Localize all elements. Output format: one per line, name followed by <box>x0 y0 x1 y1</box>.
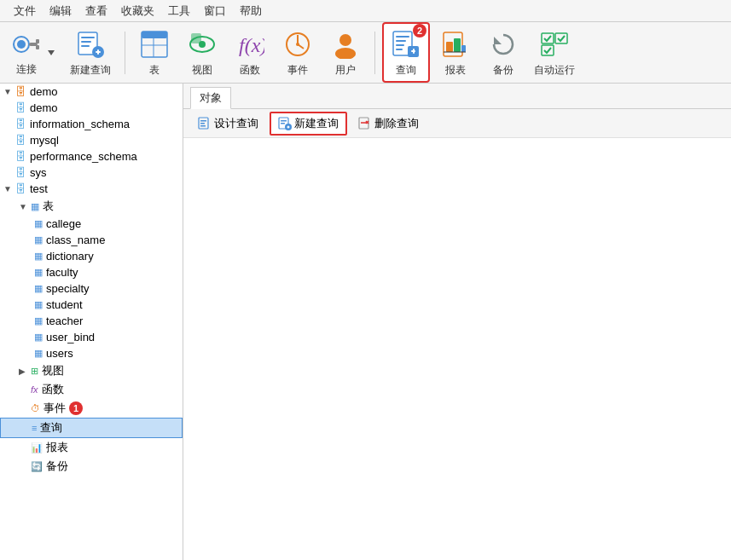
tree-db-demo[interactable]: 🗄 demo <box>0 100 183 116</box>
tree-tables-group[interactable]: ▼ ▦ 表 <box>0 197 183 216</box>
report-button[interactable]: 报表 <box>433 24 478 81</box>
table-userbind-icon: ▦ <box>34 332 43 343</box>
backups-group-label: 备份 <box>46 459 68 474</box>
tree-db-mysql[interactable]: 🗄 mysql <box>0 132 183 148</box>
new-query-label: 新建查询 <box>70 63 111 78</box>
toolbar-separator-2 <box>374 32 375 74</box>
funcs-group-icon: fx <box>31 384 38 395</box>
db-icon-test: 🗄 <box>15 182 26 195</box>
svg-rect-41 <box>542 33 554 43</box>
svg-rect-43 <box>542 45 554 55</box>
menu-view[interactable]: 查看 <box>78 2 114 20</box>
new-query-content-button[interactable]: 新建查询 <box>270 112 347 136</box>
query-toolbar-button[interactable]: 2 查询 <box>382 22 430 83</box>
tree-table-teacher[interactable]: ▦ teacher <box>0 313 183 329</box>
sidebar: ▼ 🗄 demo 🗄 demo 🗄 information_schema 🗄 m… <box>0 84 183 560</box>
table-dictionary-icon: ▦ <box>34 251 43 262</box>
tree-db-performance[interactable]: 🗄 performance_schema <box>0 148 183 165</box>
tree-table-specialty[interactable]: ▦ specialty <box>0 280 183 297</box>
function-button[interactable]: f(x) 函数 <box>228 24 272 81</box>
new-query-icon <box>75 29 106 60</box>
connect-button[interactable]: 连接 <box>7 25 60 80</box>
tree-db-test[interactable]: ▼ 🗄 test <box>0 181 183 197</box>
reports-group-label: 报表 <box>46 440 68 455</box>
connect-label: 连接 <box>16 62 37 77</box>
menu-edit[interactable]: 编辑 <box>43 2 78 20</box>
tree-table-dictionary[interactable]: ▦ dictionary <box>0 248 183 264</box>
tree-table-faculty[interactable]: ▦ faculty <box>0 264 183 280</box>
svg-point-1 <box>17 40 26 49</box>
table-button[interactable]: 表 <box>132 24 177 81</box>
tree-queries-group[interactable]: ≡ 查询 <box>0 418 183 438</box>
user-icon <box>331 30 360 59</box>
tree-views-group[interactable]: ▶ ⊞ 视图 <box>0 361 183 380</box>
tab-objects[interactable]: 对象 <box>190 87 231 109</box>
menu-tools[interactable]: 工具 <box>161 2 197 20</box>
function-icon: f(x) <box>235 30 264 59</box>
svg-rect-45 <box>200 120 206 122</box>
tree-db-sys-label: sys <box>30 166 47 179</box>
tree-table-userbind[interactable]: ▦ user_bind <box>0 329 183 345</box>
menu-file[interactable]: 文件 <box>7 2 43 20</box>
design-query-button[interactable]: 设计查询 <box>190 113 266 135</box>
table-classname-label: class_name <box>46 234 105 246</box>
tree-db-sys[interactable]: 🗄 sys <box>0 165 183 181</box>
toolbar-separator-1 <box>125 32 125 74</box>
backups-group-icon: 🔄 <box>31 461 43 472</box>
menu-help[interactable]: 帮助 <box>233 2 269 20</box>
tree-arrow-demo: ▼ <box>3 87 15 96</box>
view-button[interactable]: 视图 <box>180 24 224 81</box>
svg-rect-46 <box>200 123 205 124</box>
db-icon-performance: 🗄 <box>15 150 26 163</box>
backup-button[interactable]: 备份 <box>481 24 525 81</box>
tree-arrow-test: ▼ <box>3 184 15 193</box>
funcs-group-label: 函数 <box>42 382 64 397</box>
svg-rect-49 <box>281 120 287 122</box>
tree-reports-group[interactable]: 📊 报表 <box>0 438 183 457</box>
tree-arrow-tables: ▼ <box>19 202 31 211</box>
db-icon-mysql: 🗄 <box>15 134 26 147</box>
tree-table-student[interactable]: ▦ student <box>0 297 183 313</box>
function-label: 函数 <box>240 63 260 78</box>
tree-table-users[interactable]: ▦ users <box>0 345 183 361</box>
delete-query-button[interactable]: 删除查询 <box>351 113 426 135</box>
tree-funcs-group[interactable]: fx 函数 <box>0 380 183 399</box>
tree-backups-group[interactable]: 🔄 备份 <box>0 457 183 476</box>
tree-db-information[interactable]: 🗄 information_schema <box>0 116 183 132</box>
event-label: 事件 <box>287 63 308 78</box>
reports-group-icon: 📊 <box>31 442 43 453</box>
svg-rect-12 <box>97 49 99 55</box>
tree-root-demo[interactable]: ▼ 🗄 demo <box>0 84 183 100</box>
table-student-icon: ▦ <box>34 299 43 310</box>
tree-db-demo-label: demo <box>30 101 58 114</box>
queries-group-label: 查询 <box>40 420 62 436</box>
views-group-label: 视图 <box>42 363 64 378</box>
autorun-button[interactable]: 自动运行 <box>529 24 580 81</box>
report-label: 报表 <box>445 63 466 78</box>
new-query-button[interactable]: 新建查询 <box>63 24 118 81</box>
db-icon-information: 🗄 <box>15 118 26 130</box>
menu-favorites[interactable]: 收藏夹 <box>114 2 161 20</box>
svg-rect-37 <box>454 38 461 52</box>
db-root-icon: 🗄 <box>15 85 26 98</box>
svg-rect-53 <box>287 125 289 128</box>
menu-window[interactable]: 窗口 <box>197 2 233 20</box>
tree-table-callege[interactable]: ▦ callege <box>0 216 183 232</box>
backup-icon <box>489 30 518 59</box>
event-button[interactable]: 事件 <box>276 24 320 81</box>
svg-rect-31 <box>396 49 403 50</box>
autorun-label: 自动运行 <box>534 63 575 78</box>
tree-db-test-label: test <box>30 182 48 195</box>
user-button[interactable]: 用户 <box>323 24 368 81</box>
table-users-label: users <box>46 347 73 360</box>
tables-group-icon: ▦ <box>31 201 39 212</box>
view-label: 视图 <box>192 63 212 78</box>
svg-rect-34 <box>413 49 415 54</box>
svg-rect-4 <box>36 45 39 49</box>
tree-events-group[interactable]: ⏱ 事件 1 <box>0 399 183 418</box>
query-toolbar-badge: 2 <box>413 24 426 38</box>
tree-table-classname[interactable]: ▦ class_name <box>0 232 183 248</box>
table-specialty-icon: ▦ <box>34 283 43 294</box>
table-callege-icon: ▦ <box>34 218 43 229</box>
tree-db-performance-label: performance_schema <box>30 150 137 163</box>
